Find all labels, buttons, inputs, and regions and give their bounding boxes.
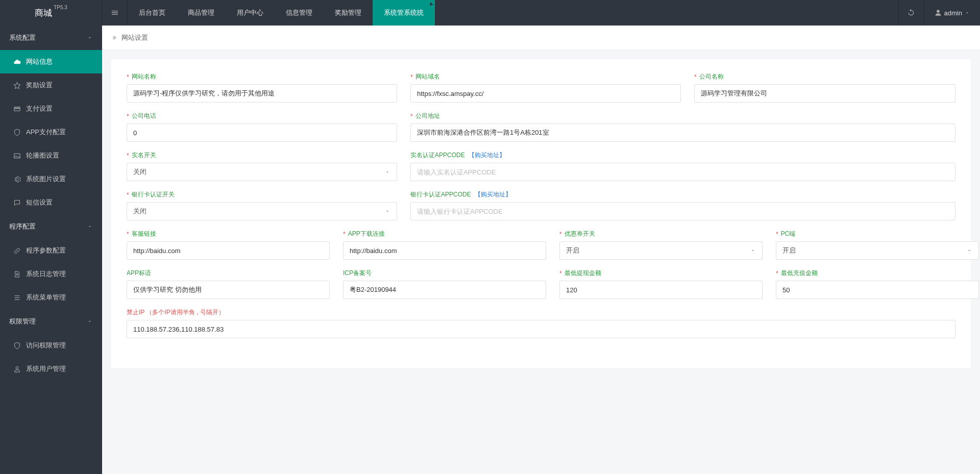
field-kf-link: *客服链接	[127, 230, 330, 260]
sidebar-item-system-image-settings[interactable]: 系统图片设置	[0, 167, 102, 191]
min-withdraw-input[interactable]	[559, 281, 763, 299]
sidebar-item-label: 程序参数配置	[26, 246, 66, 255]
company-addr-input[interactable]	[410, 123, 955, 142]
chevron-down-icon	[965, 10, 970, 15]
select-value: 关闭	[133, 207, 146, 216]
field-company-addr: *公司地址	[410, 112, 955, 142]
min-recharge-input[interactable]	[776, 281, 979, 299]
sidebar-cat-program-config[interactable]: 程序配置	[0, 214, 102, 239]
field-label: APP下载连接	[348, 230, 385, 238]
topnav-home[interactable]: 后台首页	[128, 0, 177, 26]
app-slogan-input[interactable]	[127, 281, 330, 299]
coupon-switch-select[interactable]: 开启	[559, 241, 763, 260]
sidebar-item-carousel-settings[interactable]: 轮播图设置	[0, 144, 102, 167]
topnav-info[interactable]: 信息管理	[275, 0, 324, 26]
field-bankcard-switch: *银行卡认证开关 关闭	[127, 190, 397, 220]
field-realname-appcode: 实名认证APPCODE【购买地址】	[410, 151, 955, 181]
required-mark: *	[127, 191, 129, 198]
sidebar-item-access-permission[interactable]: 访问权限管理	[0, 334, 102, 357]
star-icon	[13, 82, 21, 89]
select-value: 开启	[566, 246, 579, 255]
ban-ip-input[interactable]	[127, 320, 955, 338]
realname-switch-select[interactable]: 关闭	[127, 163, 397, 181]
pc-switch-select[interactable]: 开启	[776, 241, 979, 260]
field-hint: （多个IP请用半角 , 号隔开）	[146, 308, 224, 317]
sidebar-item-label: 网站信息	[26, 57, 53, 66]
field-label: 公司电话	[132, 112, 156, 120]
chevron-down-icon	[966, 247, 972, 254]
sidebar-item-system-menu[interactable]: 系统菜单管理	[0, 286, 102, 309]
realname-appcode-buy-link[interactable]: 【购买地址】	[469, 151, 505, 160]
field-company-name: *公司名称	[694, 72, 955, 103]
page-title: 网站设置	[121, 33, 148, 42]
required-mark: *	[127, 152, 129, 159]
sidebar-item-reward-settings[interactable]: 奖励设置	[0, 73, 102, 97]
chevron-down-icon	[384, 169, 390, 175]
link-icon	[13, 247, 21, 255]
app-download-input[interactable]	[343, 241, 546, 260]
sidebar-item-system-logs[interactable]: 系统日志管理	[0, 262, 102, 286]
required-mark: *	[343, 231, 346, 238]
refresh-button[interactable]	[898, 0, 924, 26]
kf-link-input[interactable]	[127, 241, 330, 260]
bankcard-appcode-buy-link[interactable]: 【购买地址】	[475, 190, 511, 199]
topnav-reward[interactable]: 奖励管理	[324, 0, 373, 26]
sidebar-cat-permission[interactable]: 权限管理	[0, 309, 102, 334]
sidebar-cat-label: 权限管理	[9, 317, 36, 326]
company-name-input[interactable]	[694, 84, 955, 103]
refresh-icon	[907, 9, 915, 17]
chevron-right-icon	[112, 35, 118, 41]
content: 网站设置 *网站名称 *网站域名	[102, 26, 980, 474]
sidebar-toggle-button[interactable]	[102, 0, 128, 26]
required-mark: *	[410, 73, 413, 81]
user-name: admin	[944, 9, 962, 17]
field-min-withdraw: *最低提现金额	[559, 269, 763, 299]
field-icp: ICP备案号	[343, 269, 546, 299]
user-menu[interactable]: admin	[924, 0, 980, 26]
field-realname-switch: *实名开关 关闭	[127, 151, 397, 181]
site-name-input[interactable]	[127, 84, 397, 103]
topnav-users[interactable]: 用户中心	[226, 0, 275, 26]
menu-icon	[13, 294, 21, 302]
gear-icon	[13, 176, 21, 183]
brand: 商城TP5.3	[0, 7, 102, 19]
site-domain-input[interactable]	[410, 84, 681, 103]
field-min-recharge: *最低充值金额	[776, 269, 979, 299]
required-mark: *	[127, 231, 129, 238]
field-label: ICP备案号	[343, 269, 372, 278]
topbar-right: admin	[898, 0, 980, 26]
brand-version: TP5.3	[54, 5, 67, 10]
sidebar-item-sms-settings[interactable]: 短信设置	[0, 191, 102, 214]
bankcard-appcode-input[interactable]	[410, 202, 955, 220]
field-label: 最低充值金额	[781, 269, 818, 278]
field-app-download: *APP下载连接	[343, 230, 546, 260]
sidebar-item-program-params[interactable]: 程序参数配置	[0, 239, 102, 262]
field-label: 客服链接	[132, 230, 156, 238]
sidebar-cat-label: 程序配置	[9, 222, 36, 231]
topnav-system[interactable]: 系统管系统统	[373, 0, 435, 26]
field-label: 优惠券开关	[565, 230, 595, 238]
image-icon	[13, 152, 21, 160]
sidebar-item-label: 支付设置	[26, 104, 53, 113]
required-mark: *	[694, 73, 697, 81]
field-ban-ip: 禁止IP（多个IP请用半角 , 号隔开）	[127, 308, 955, 338]
workspace: *网站名称 *网站域名 *公司名称	[102, 50, 980, 474]
brand-name: 商城	[35, 8, 52, 18]
sidebar: 系统配置 网站信息 奖励设置 支付设置 APP支付配置 轮播图设置	[0, 26, 102, 474]
chevron-down-icon	[87, 223, 93, 230]
field-app-slogan: APP标语	[127, 269, 330, 299]
company-phone-input[interactable]	[127, 123, 397, 142]
field-label: 网站名称	[132, 72, 156, 81]
icp-input[interactable]	[343, 281, 546, 299]
sidebar-item-system-users[interactable]: 系统用户管理	[0, 357, 102, 381]
bankcard-switch-select[interactable]: 关闭	[127, 202, 397, 220]
cloud-icon	[13, 58, 21, 66]
realname-appcode-input[interactable]	[410, 163, 955, 181]
sidebar-item-label: 系统菜单管理	[26, 293, 66, 302]
shield-icon	[13, 342, 21, 350]
sidebar-item-app-pay-config[interactable]: APP支付配置	[0, 120, 102, 144]
sidebar-item-site-info[interactable]: 网站信息	[0, 50, 102, 73]
topnav-goods[interactable]: 商品管理	[177, 0, 226, 26]
sidebar-item-pay-settings[interactable]: 支付设置	[0, 97, 102, 120]
sidebar-cat-system-config[interactable]: 系统配置	[0, 26, 102, 50]
